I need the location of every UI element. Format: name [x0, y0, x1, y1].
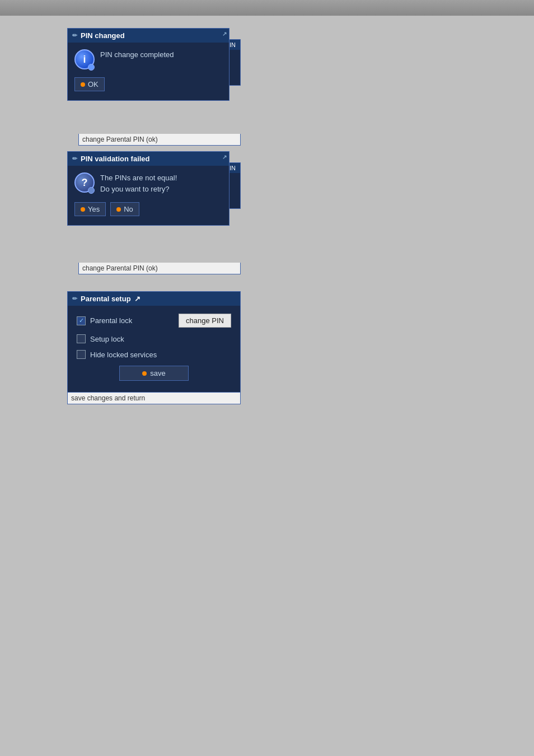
- info-icon: i: [74, 49, 95, 69]
- pin-changed-message-row: i PIN change completed: [74, 49, 222, 69]
- setup-lock-row: Setup lock: [77, 334, 231, 343]
- pin-changed-status: change Parental PIN (ok): [78, 134, 241, 146]
- yes-dot: [81, 207, 85, 212]
- resize-icon-1: ↗: [222, 31, 227, 37]
- setup-lock-label: Setup lock: [90, 335, 124, 343]
- ok-dot: [81, 82, 85, 87]
- pin-validation-title-bar: ✏ PIN validation failed ↗: [68, 152, 229, 166]
- parental-save-button[interactable]: save: [119, 366, 188, 381]
- pencil-icon-1: ✏: [72, 32, 77, 39]
- parental-save-row: save: [77, 366, 231, 381]
- hide-locked-checkbox[interactable]: [77, 350, 86, 359]
- pin-validation-title: PIN validation failed: [81, 155, 150, 163]
- question-icon: ?: [74, 172, 95, 193]
- no-button[interactable]: No: [110, 202, 139, 216]
- hide-locked-label: Hide locked services: [90, 351, 157, 359]
- pin-changed-message: PIN change completed: [100, 49, 174, 60]
- change-pin-button[interactable]: change PIN: [179, 314, 231, 328]
- hide-locked-row: Hide locked services: [77, 350, 231, 359]
- resize-icon-2: ↗: [222, 154, 227, 160]
- parental-title-bar: ✏ Parental setup ↗: [68, 292, 240, 306]
- pin-changed-body: i PIN change completed OK: [68, 43, 229, 100]
- pin-changed-btn-row: OK: [74, 77, 222, 91]
- parental-save-dot: [142, 371, 147, 376]
- pencil-icon-2: ✏: [72, 155, 77, 162]
- ok-button[interactable]: OK: [74, 77, 105, 91]
- parental-body: Parental lock change PIN Setup lock Hide…: [68, 306, 240, 392]
- pin-validation-message-row: ? The PINs are not equal! Do you want to…: [74, 172, 222, 194]
- parental-setup-panel: ✏ Parental setup ↗ Parental lock change …: [67, 291, 241, 393]
- no-dot: [116, 207, 121, 212]
- top-bar: [0, 0, 534, 16]
- pin-changed-title-bar: ✏ PIN changed ↗: [68, 29, 229, 43]
- pin-validation-btn-row: Yes No: [74, 202, 222, 216]
- pin-changed-section: e PIN save ✏ PIN changed ↗ i PI: [67, 28, 528, 146]
- parental-lock-label: Parental lock: [90, 316, 132, 325]
- pin-validation-section: e PIN save ✏ PIN validation failed ↗ ?: [67, 151, 528, 274]
- resize-icon-3: ↗: [134, 295, 140, 303]
- parental-title: Parental setup: [81, 295, 131, 303]
- pin-validation-status: change Parental PIN (ok): [78, 263, 241, 274]
- pin-changed-title: PIN changed: [81, 31, 125, 40]
- parental-lock-row: Parental lock change PIN: [77, 314, 231, 328]
- pin-validation-dialog: ✏ PIN validation failed ↗ ? The PINs are…: [67, 151, 229, 226]
- pin-changed-dialog: ✏ PIN changed ↗ i PIN change completed O…: [67, 28, 229, 101]
- parental-lock-checkbox[interactable]: [77, 316, 86, 325]
- pin-validation-message: The PINs are not equal! Do you want to r…: [100, 172, 177, 194]
- setup-lock-checkbox[interactable]: [77, 334, 86, 343]
- yes-button[interactable]: Yes: [74, 202, 106, 216]
- pin-validation-body: ? The PINs are not equal! Do you want to…: [68, 166, 229, 225]
- pencil-icon-3: ✏: [72, 295, 77, 302]
- parental-status-bar: save changes and return: [67, 393, 241, 404]
